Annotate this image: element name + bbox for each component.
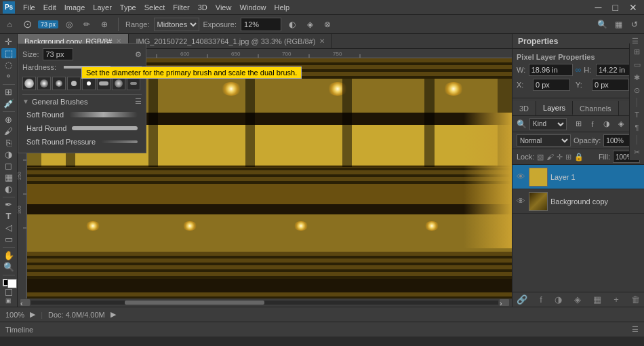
- brush-size-input[interactable]: [43, 48, 73, 60]
- menu-layer[interactable]: Layer: [89, 2, 116, 13]
- tool-stamp-icon[interactable]: ⊕: [98, 18, 111, 31]
- menu-type[interactable]: Type: [116, 2, 140, 13]
- rotate-icon[interactable]: ↺: [628, 18, 641, 31]
- close-btn[interactable]: ✕: [625, 1, 641, 14]
- dodge-tool[interactable]: ◐: [1, 184, 16, 194]
- right-tool-7[interactable]: ✂: [632, 147, 643, 157]
- exposure-input[interactable]: [241, 18, 281, 31]
- right-tool-2[interactable]: ▭: [632, 59, 643, 70]
- move-tool[interactable]: ✛: [1, 37, 16, 47]
- menu-select[interactable]: Select: [140, 2, 169, 13]
- menu-edit[interactable]: Edit: [39, 2, 60, 13]
- new-layer-btn[interactable]: +: [613, 294, 619, 305]
- layer-item-1[interactable]: 👁 Layer 1: [512, 165, 644, 189]
- preset-3[interactable]: [52, 77, 66, 90]
- hscroll-track[interactable]: [31, 301, 498, 305]
- maximize-btn[interactable]: □: [609, 1, 622, 14]
- menu-window[interactable]: Window: [235, 2, 270, 13]
- menu-file[interactable]: File: [19, 2, 39, 13]
- right-tool-3[interactable]: ✱: [632, 72, 643, 83]
- layer-item-bg-copy[interactable]: 👁 Background copy: [512, 189, 644, 214]
- chain-link-icon[interactable]: ∞: [576, 65, 582, 75]
- doc-info-arrow[interactable]: ▶: [110, 310, 116, 319]
- preset-2[interactable]: [37, 77, 51, 90]
- menu-help[interactable]: Help: [270, 2, 294, 13]
- zoom-tool[interactable]: 🔍: [1, 262, 16, 272]
- hand-tool[interactable]: ✋: [1, 250, 16, 261]
- opacity-input[interactable]: [603, 134, 630, 147]
- lock-all-icon[interactable]: 🔒: [574, 153, 584, 161]
- quick-select-tool[interactable]: ⚬: [1, 71, 16, 81]
- layer-1-eye[interactable]: 👁: [517, 172, 526, 182]
- menu-image[interactable]: Image: [60, 2, 89, 13]
- lock-position-icon[interactable]: ✛: [557, 153, 563, 161]
- link-layers-btn[interactable]: 🔗: [517, 294, 527, 305]
- search-layers-icon[interactable]: 🔍: [515, 118, 527, 130]
- lock-artboard-icon[interactable]: ⊞: [565, 153, 571, 161]
- preset-1[interactable]: [22, 77, 36, 90]
- shape-tool[interactable]: ▭: [1, 234, 16, 244]
- clone-tool[interactable]: ⎘: [1, 138, 16, 148]
- crop-tool[interactable]: ⊞: [1, 87, 16, 97]
- right-tool-4[interactable]: ⊙: [632, 85, 643, 96]
- exposure-dial-icon[interactable]: ◐: [285, 18, 299, 31]
- tool-target-icon[interactable]: ◎: [62, 18, 76, 31]
- tool-pencil-icon[interactable]: ✏: [80, 18, 94, 31]
- healing-tool[interactable]: ⊕: [1, 115, 16, 125]
- preset-7[interactable]: [112, 77, 125, 90]
- menu-filter[interactable]: Filter: [169, 2, 193, 13]
- hscroll-thumb[interactable]: [125, 301, 265, 305]
- screen-mode-btn[interactable]: ▣: [1, 297, 16, 304]
- gradient-tool[interactable]: ▦: [1, 172, 16, 182]
- history-tool[interactable]: ◑: [1, 149, 16, 159]
- layer-type-icon[interactable]: ⊞: [572, 118, 584, 130]
- blend-mode-select[interactable]: Normal: [517, 134, 571, 147]
- foreground-color[interactable]: [3, 279, 15, 286]
- brush-soft-round[interactable]: Soft Round: [22, 108, 142, 121]
- zoom-arrow[interactable]: ▶: [30, 310, 35, 319]
- layer-fx-icon[interactable]: f: [586, 118, 599, 130]
- hscroll-left[interactable]: ‹: [20, 299, 30, 306]
- range-select[interactable]: Midtones: [154, 18, 199, 31]
- menu-view[interactable]: View: [212, 2, 236, 13]
- eraser-tool[interactable]: ◻: [1, 161, 16, 171]
- right-tool-6[interactable]: ¶: [632, 122, 643, 133]
- brush-hard-round[interactable]: Hard Round: [22, 121, 142, 135]
- kind-select[interactable]: Kind: [529, 118, 567, 130]
- tool-home-icon[interactable]: ⌂: [3, 18, 16, 31]
- brush-soft-round-pressure[interactable]: Soft Round Pressure: [22, 135, 142, 149]
- brush-settings-icon[interactable]: ⚙: [135, 50, 142, 59]
- new-adj-btn[interactable]: ◈: [574, 294, 581, 305]
- preset-6[interactable]: [97, 77, 110, 90]
- quick-mask-icon[interactable]: [5, 289, 12, 296]
- x-input[interactable]: [533, 79, 570, 91]
- layer-adj-icon[interactable]: ◈: [615, 118, 627, 130]
- right-tool-1[interactable]: ⊞: [632, 46, 643, 57]
- hscroll-right[interactable]: ›: [500, 299, 509, 306]
- delete-layer-btn[interactable]: 🗑: [631, 294, 640, 305]
- menu-3d[interactable]: 3D: [194, 2, 212, 13]
- preset-4[interactable]: [67, 77, 81, 90]
- tab-img-close[interactable]: ✕: [319, 37, 325, 45]
- workspace-icon[interactable]: ▦: [611, 18, 625, 31]
- airbrush-icon[interactable]: ◈: [303, 18, 317, 31]
- type-tool[interactable]: T: [1, 211, 16, 221]
- tab-3d[interactable]: 3D: [512, 101, 536, 115]
- layer-mask-icon[interactable]: ◑: [601, 118, 613, 130]
- lock-image-icon[interactable]: 🖌: [546, 153, 554, 161]
- lasso-tool[interactable]: ◌: [1, 60, 16, 70]
- tool-brush-shape-icon[interactable]: ⊙: [20, 18, 34, 31]
- tab-layers[interactable]: Layers: [536, 101, 573, 115]
- protect-tones-icon[interactable]: ⊗: [321, 18, 334, 31]
- hscroll-bar[interactable]: ‹ ›: [18, 299, 512, 307]
- add-style-btn[interactable]: f: [540, 294, 542, 305]
- preset-5[interactable]: [82, 77, 96, 90]
- tab-img[interactable]: IMG_20150722_140833764_1.jpg @ 33.3% (RG…: [129, 34, 332, 49]
- search-icon[interactable]: 🔍: [595, 18, 609, 31]
- brush-tool[interactable]: 🖌: [1, 126, 16, 136]
- layer-bg-copy-eye[interactable]: 👁: [517, 196, 526, 206]
- new-group-btn[interactable]: ▦: [593, 294, 601, 305]
- tab-channels[interactable]: Channels: [573, 101, 618, 115]
- general-brushes-header[interactable]: ▼ General Brushes ☰: [22, 94, 142, 108]
- y-input[interactable]: [592, 79, 629, 91]
